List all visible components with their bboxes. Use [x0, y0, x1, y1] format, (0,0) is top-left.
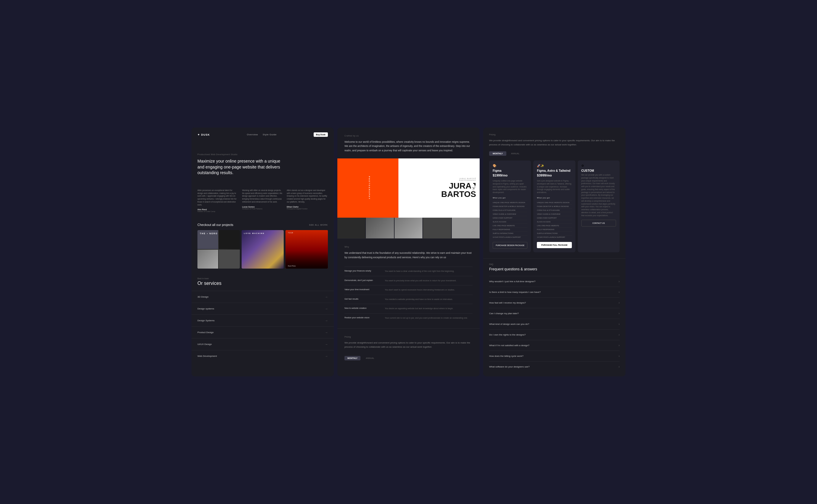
nero-collage [197, 230, 240, 269]
plan-custom-desc: We can provide you with a custom package… [581, 174, 616, 217]
photo-strip-1 [337, 218, 365, 238]
testimonial-1-role: Initiator of Code Camp [197, 211, 239, 212]
hero-next-arrow[interactable]: › [471, 185, 477, 191]
plans-tabs: MONTHLY ANNUAL [483, 151, 626, 156]
faq-item-4[interactable]: Can I change my plan later? › [489, 308, 620, 319]
plan-figma-f7: LIVE ONE-PAGE WEBSITE [493, 224, 527, 227]
testimonial-3-role: Principal at Digital Frontier [287, 208, 328, 210]
pricing-text-mid: We provide straightforward and convenien… [345, 341, 472, 349]
faq-item-5[interactable]: What kind of design work can you do? › [489, 319, 620, 329]
plan-figma-f4: VIDEO GUIDE & OVERVIEW [493, 212, 527, 216]
purchase-design-button[interactable]: PURCHASE DESIGN PACKAGE [493, 242, 527, 249]
tab-annual-right[interactable]: ANNUAL [507, 151, 523, 156]
faq-question-7: What if I'm not satisfied with a design? [489, 344, 529, 347]
faq-question-4: Can I change my plan later? [489, 312, 519, 315]
service-design-systems[interactable]: Design systems → [191, 303, 334, 314]
plan-figma-f1: UNIQUE ONE-PAGE WEBSITE DESIGN [493, 200, 527, 204]
faq-question-8: How does the billing cycle work? [489, 355, 523, 357]
faq-item-7[interactable]: What if I'm not satisfied with a design?… [489, 340, 620, 351]
project-card-tour[interactable]: TOUR Band Photo [286, 230, 328, 269]
nav-overview[interactable]: Overview [247, 133, 258, 136]
faq-item-9[interactable]: What software do your designers use? › [489, 361, 620, 372]
plan-figma-name: Figma [493, 169, 527, 172]
tab-annual-mid[interactable]: ANNUAL [363, 356, 377, 360]
photo-3 [197, 250, 218, 269]
service-product-arrow: → [325, 331, 328, 334]
love-machine-bg [242, 230, 284, 269]
services-title: Or services [197, 281, 328, 286]
plan-full-f2: FIGMA DESKTOP & MOBILE DESIGNS [537, 204, 571, 208]
testimonial-1-text: Albin possesses an exceptional talent fo… [197, 189, 239, 206]
faq-question-9: What software do your designers use? [489, 365, 530, 368]
why-text: We understand that trust is the foundati… [345, 251, 472, 259]
hero-label: Productised Web Development Studio [197, 153, 328, 155]
testimonial-1: Albin possesses an exceptional talent fo… [197, 189, 239, 213]
faq-item-1[interactable]: Why wouldn't I just hire a full-time des… [489, 276, 620, 287]
reason-5-desc: You desire an appealing website but lack… [385, 307, 453, 310]
faq-chevron-4: › [619, 312, 620, 315]
plan-custom-icon: ⚙ [581, 164, 616, 167]
reason-3: Value your time investment You don't wan… [345, 285, 472, 295]
reason-4-label: Get fast results [345, 298, 380, 301]
plan-figma-f2: FIGMA DESKTOP & MOBILE DESIGNS [493, 204, 527, 208]
reason-3-desc: You don't want to spend excessive hours … [385, 288, 455, 292]
reason-4-desc: You needed a website yesterday and have … [385, 298, 453, 301]
service-web-arrow: → [325, 354, 328, 358]
testimonial-2: Working with Albin on several design pro… [242, 189, 284, 213]
tab-monthly-mid[interactable]: MONTHLY [345, 356, 361, 360]
testimonial-3-name: Ethan Clarke [287, 206, 328, 208]
plan-custom: ⚙ CUSTOM We can provide you with a custo… [578, 160, 620, 252]
faq-chevron-2: › [619, 290, 620, 294]
faq-item-2[interactable]: Is there a limit to how many requests I … [489, 287, 620, 297]
service-uiux[interactable]: UI/UX Design → [191, 338, 334, 350]
service-design-systems-arrow: → [325, 307, 328, 310]
tab-monthly-right[interactable]: MONTHLY [489, 151, 506, 156]
see-all-button[interactable]: SEE ALL WoRK [309, 224, 328, 226]
left-panel: ✦ DUSK Overview Style Guide Buy Dusk Pro… [191, 128, 334, 376]
service-3d[interactable]: 3D Design → [191, 291, 334, 303]
faq-question-6: Do I own the rights to the designs? [489, 333, 525, 336]
purchase-full-button[interactable]: PURCHASE FULL PACKAGE [537, 242, 571, 248]
contact-us-button[interactable]: CONTACT US [581, 220, 616, 227]
reason-6-label: Realize your website vision [345, 317, 380, 320]
photo-4 [219, 250, 240, 269]
faq-section: FAQ Frequent questions & answers Why wou… [483, 258, 626, 376]
plan-full-f3: CODE FILE & STYLEGUIDE [537, 208, 571, 212]
hero-section: Productised Web Development Studio Maxim… [191, 142, 334, 183]
faq-item-6[interactable]: Do I own the rights to the designs? › [489, 329, 620, 340]
faq-item-3[interactable]: How fast will I receive my designs? › [489, 297, 620, 308]
reason-4: Get fast results You needed a website ye… [345, 295, 472, 304]
service-design-systems-2[interactable]: Design Systems → [191, 314, 334, 326]
photos-strip [337, 218, 480, 238]
plan-full-feature-header: What you get [537, 197, 571, 199]
plans-grid: 🎨 Figma $1999/mo Uniquely crafted one-pa… [483, 160, 626, 258]
reason-2-label: Demonstrate, don't just explain [345, 279, 380, 283]
plan-figma-desc: Uniquely crafted one-page website design… [493, 179, 527, 194]
pricing-intro-label: Pricing [489, 134, 620, 136]
faq-item-8[interactable]: How does the billing cycle work? › [489, 351, 620, 361]
crafted-text: Welcome to our world of limitless possib… [345, 140, 472, 153]
project-card-nero[interactable]: THE • NERO [197, 230, 240, 269]
logo: ✦ DUSK [197, 133, 210, 136]
nav-bar: ✦ DUSK Overview Style Guide Buy Dusk [191, 128, 334, 142]
reason-2-desc: You want to precisely know what you will… [385, 279, 456, 283]
service-design-systems-name: Design systems [197, 307, 214, 310]
plan-custom-name: CUSTOM [581, 169, 616, 172]
nav-links: Overview Style Guide [247, 133, 277, 136]
nav-style-guide[interactable]: Style Guide [263, 133, 277, 136]
pricing-section-mid: Pricing We provide straightforward and c… [337, 328, 480, 356]
service-product-name: Product Design [197, 331, 214, 334]
project-card-love-machine[interactable]: LOVE MACHINE [242, 230, 284, 269]
service-product[interactable]: Product Design → [191, 326, 334, 338]
plan-full: 🚀✨ Figma, Astro & Tailwind $3999/mo Get … [533, 160, 575, 252]
plan-figma-price: $1999/mo [493, 174, 527, 177]
plan-full-name: Figma, Astro & Tailwind [537, 169, 571, 172]
pricing-tabs-mid: MONTHLY ANNUAL [337, 356, 480, 360]
plan-full-f1: UNIQUE ONE-PAGE WEBSITE DESIGN [537, 200, 571, 204]
reason-1: Manage your finances wisely You want to … [345, 267, 472, 276]
buy-dusk-button[interactable]: Buy Dusk [314, 132, 328, 137]
orange-block-text: PHOTOGRAPHY [369, 176, 370, 200]
service-web[interactable]: Web Development → [191, 350, 334, 362]
plan-figma-f9: SUBTLE INTERACTIONS [493, 231, 527, 235]
reason-1-desc: You want to have a clear understanding o… [385, 270, 454, 273]
